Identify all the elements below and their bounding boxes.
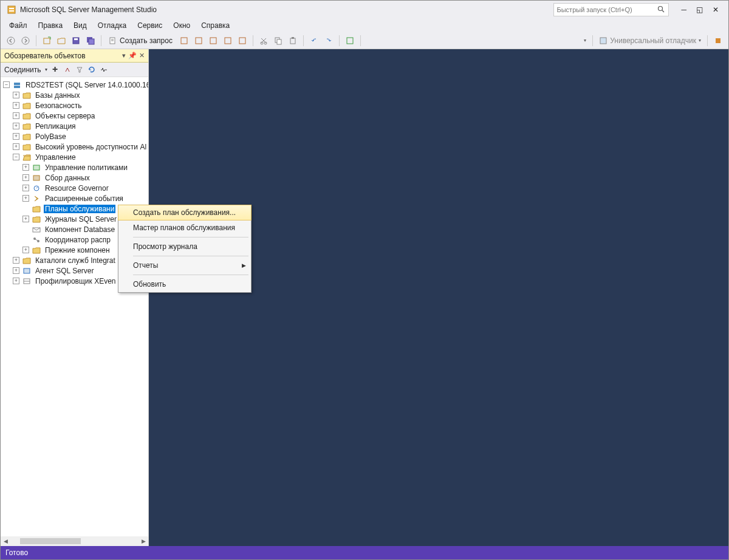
folder-icon (22, 143, 32, 151)
paste-icon[interactable] (286, 34, 299, 47)
svg-rect-30 (14, 86, 20, 88)
folder-icon (22, 101, 32, 110)
tb-right-icon[interactable] (711, 34, 725, 47)
svg-rect-15 (181, 38, 187, 44)
folder-icon (32, 246, 41, 254)
cm-create-plan[interactable]: Создать план обслуживания... (118, 205, 252, 220)
menu-view[interactable]: Вид (69, 20, 92, 31)
svg-rect-17 (210, 38, 216, 44)
new-project-icon[interactable] (40, 34, 53, 47)
coord-icon (32, 236, 41, 244)
cm-plan-wizard[interactable]: Мастер планов обслуживания (118, 220, 251, 236)
data-collection-icon (32, 174, 41, 182)
tb-misc-icon[interactable] (343, 34, 357, 47)
svg-rect-19 (239, 38, 245, 44)
svg-line-37 (35, 239, 38, 241)
cm-reports[interactable]: Отчеты▶ (118, 258, 251, 273)
menu-tools[interactable]: Сервис (132, 20, 167, 31)
open-icon[interactable] (55, 34, 68, 47)
stop-icon[interactable] (63, 66, 72, 74)
close-button[interactable]: ✕ (710, 3, 721, 16)
status-text: Готово (5, 548, 28, 557)
menu-help[interactable]: Справка (196, 20, 234, 31)
tree-server-objects[interactable]: +Объекты сервера (1, 111, 148, 121)
forward-button[interactable] (19, 34, 32, 47)
panel-close-icon[interactable]: ✕ (139, 52, 145, 60)
tb-icon-1[interactable] (177, 34, 191, 47)
tb-icon-2[interactable] (192, 34, 205, 47)
new-query-button[interactable]: Создать запрос (105, 35, 176, 46)
tree-polybase[interactable]: +PolyBase (1, 131, 148, 142)
tree-high-availability[interactable]: +Высокий уровень доступности Al (1, 142, 148, 152)
tb-icon-3[interactable] (207, 34, 220, 47)
policy-icon (32, 163, 41, 172)
svg-rect-2 (9, 10, 14, 12)
tree-databases[interactable]: +Базы данных (1, 90, 148, 100)
svg-rect-29 (14, 83, 20, 85)
folder-open-icon (22, 153, 32, 162)
undo-icon[interactable] (307, 34, 321, 47)
folder-icon (22, 256, 32, 265)
statusbar: Готово (1, 546, 728, 559)
menu-debug[interactable]: Отладка (93, 20, 131, 31)
menu-edit[interactable]: Правка (33, 20, 68, 31)
svg-rect-24 (290, 38, 295, 44)
object-explorer-panel: Обозреватель объектов ▾ 📌 ✕ Соединить ▾ … (1, 49, 149, 546)
debugger-dropdown[interactable]: Универсальный отладчик ▾ (597, 36, 703, 45)
panel-toolbar: Соединить ▾ ✚ (1, 63, 148, 77)
tree-extended-events[interactable]: +Расширенные события (1, 193, 148, 203)
cut-icon[interactable] (257, 34, 270, 47)
svg-rect-28 (716, 38, 720, 43)
panel-title: Обозреватель объектов (4, 52, 86, 60)
panel-dropdown-icon[interactable]: ▾ (122, 52, 126, 60)
quick-launch-input[interactable] (556, 6, 657, 13)
copy-icon[interactable] (272, 34, 285, 47)
panel-header: Обозреватель объектов ▾ 📌 ✕ (1, 49, 148, 63)
back-button[interactable] (4, 34, 18, 47)
connect-label[interactable]: Соединить (4, 66, 41, 74)
tb-icon-4[interactable] (221, 34, 234, 47)
svg-point-3 (659, 7, 663, 11)
menubar: Файл Правка Вид Отладка Сервис Окно Спра… (1, 19, 728, 32)
svg-point-6 (22, 37, 29, 44)
menu-window[interactable]: Окно (168, 20, 195, 31)
disconnect-icon[interactable]: ✚ (51, 66, 60, 74)
save-all-icon[interactable] (84, 34, 97, 47)
cm-refresh[interactable]: Обновить (118, 276, 251, 292)
tree-management[interactable]: −Управление (1, 152, 148, 162)
config-dropdown[interactable]: ▾ (542, 38, 589, 43)
svg-rect-9 (74, 38, 78, 40)
svg-rect-27 (600, 38, 606, 44)
filter-icon[interactable] (75, 66, 84, 74)
app-title: Microsoft SQL Server Management Studio (20, 5, 157, 14)
refresh-icon[interactable] (87, 66, 96, 74)
tree-policy-management[interactable]: +Управление политиками (1, 162, 148, 172)
context-menu: Создать план обслуживания... Мастер план… (118, 205, 252, 293)
menu-file[interactable]: Файл (4, 20, 32, 31)
tree-security[interactable]: +Безопасность (1, 100, 148, 111)
tree-root[interactable]: − RDS2TEST (SQL Server 14.0.1000.169 - A (1, 80, 148, 90)
folder-icon (22, 91, 32, 100)
folder-icon (22, 132, 32, 141)
xevent-icon (22, 277, 32, 285)
svg-rect-23 (277, 39, 281, 44)
maximize-button[interactable]: ◱ (694, 3, 705, 16)
minimize-button[interactable]: ─ (679, 3, 689, 16)
tree-resource-governor[interactable]: +Resource Governor (1, 183, 148, 193)
save-icon[interactable] (69, 34, 83, 47)
horizontal-scrollbar[interactable]: ◀ ▶ (1, 536, 148, 546)
redo-icon[interactable] (322, 34, 335, 47)
quick-launch-box[interactable] (553, 3, 669, 16)
cm-view-log[interactable]: Просмотр журнала (118, 239, 251, 254)
svg-rect-11 (89, 39, 94, 44)
tree-data-collection[interactable]: +Сбор данных (1, 172, 148, 183)
svg-rect-38 (24, 268, 30, 273)
svg-line-4 (662, 10, 664, 12)
svg-rect-0 (8, 6, 15, 13)
folder-icon (22, 122, 32, 131)
server-icon (12, 81, 22, 89)
tree-replication[interactable]: +Репликация (1, 121, 148, 131)
activity-icon[interactable] (100, 66, 108, 74)
tb-icon-5[interactable] (236, 34, 249, 47)
panel-pin-icon[interactable]: 📌 (128, 52, 137, 60)
